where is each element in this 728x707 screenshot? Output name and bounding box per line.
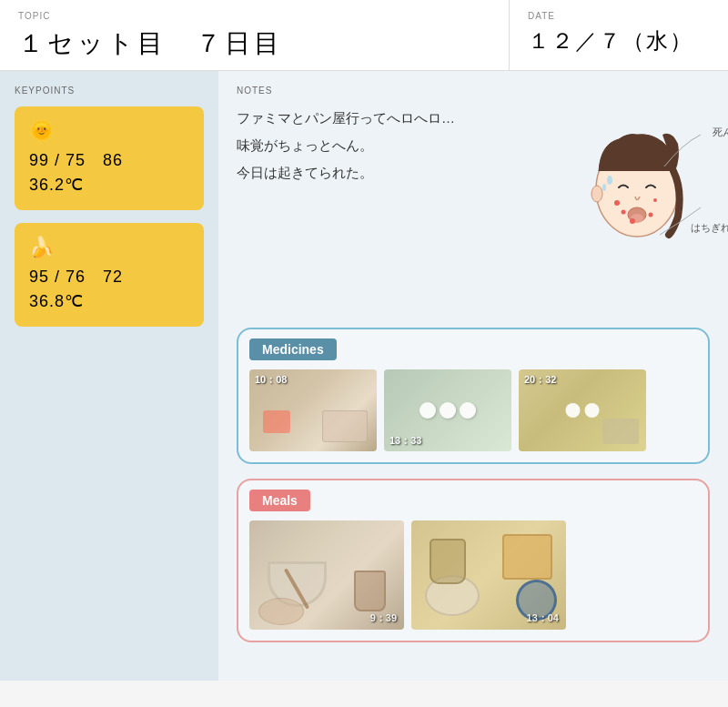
- annotation-line-1: [628, 116, 719, 171]
- medicine-photo-3: 20：32: [519, 369, 646, 451]
- topic-value: １セット目 ７日目: [18, 26, 490, 61]
- keypoint-emoji-2: 🍌: [29, 236, 189, 259]
- svg-point-9: [607, 176, 612, 185]
- meals-photos-row: 9：39 13：04: [249, 520, 697, 630]
- medicines-photos-row: 10：08 13：33 20：32: [249, 369, 697, 451]
- notes-area: NOTES ファミマとパン屋行ってへロへロ… 味覚がちょっとへん。 今日は起きて…: [218, 71, 728, 681]
- meal-photo-2: 13：04: [411, 520, 566, 630]
- medicine-photo-2: 13：33: [384, 369, 511, 451]
- sidebar: KEYPOINTS 🌞 99 / 75 86 36.2℃ 🍌 95 / 76 7…: [0, 71, 218, 681]
- svg-point-1: [592, 186, 602, 202]
- keypoints-label: KEYPOINTS: [15, 86, 204, 96]
- svg-point-10: [602, 184, 606, 191]
- header-date-section: DATE １２／７（水）: [510, 0, 728, 70]
- medicines-section: Medicines 10：08 13：33: [237, 328, 710, 464]
- face-illustration: 死んみたいな顔 はちぎれそうなデキモ！: [564, 116, 710, 262]
- notes-label: NOTES: [237, 86, 710, 96]
- topic-label: TOPIC: [18, 11, 490, 21]
- keypoint-readings-2: 95 / 76 72 36.8℃: [29, 265, 189, 314]
- med-timestamp-3: 20：32: [524, 373, 556, 387]
- annotation-line-2: [619, 198, 719, 244]
- keypoint-readings-1: 99 / 75 86 36.2℃: [29, 148, 189, 197]
- main-content: KEYPOINTS 🌞 99 / 75 86 36.2℃ 🍌 95 / 76 7…: [0, 71, 728, 681]
- meal-photo-1: 9：39: [249, 520, 404, 630]
- meal-timestamp-2: 13：04: [527, 611, 559, 625]
- meals-tag: Meals: [249, 490, 310, 511]
- header-topic-section: TOPIC １セット目 ７日目: [0, 0, 510, 70]
- medicines-tag: Medicines: [249, 338, 337, 360]
- header: TOPIC １セット目 ７日目 DATE １２／７（水）: [0, 0, 728, 71]
- keypoint-card-2: 🍌 95 / 76 72 36.8℃: [15, 223, 204, 327]
- pills-display: [420, 402, 476, 419]
- medicine-photo-1: 10：08: [249, 369, 377, 451]
- keypoint-card-1: 🌞 99 / 75 86 36.2℃: [15, 106, 204, 210]
- date-label: DATE: [528, 11, 710, 21]
- date-value: １２／７（水）: [528, 26, 710, 56]
- keypoint-emoji-1: 🌞: [29, 119, 189, 143]
- meals-section: Meals 9：39: [237, 479, 710, 642]
- meal-timestamp-1: 9：39: [370, 611, 397, 625]
- med-timestamp-1: 10：08: [255, 373, 287, 387]
- med-timestamp-2: 13：33: [389, 434, 421, 448]
